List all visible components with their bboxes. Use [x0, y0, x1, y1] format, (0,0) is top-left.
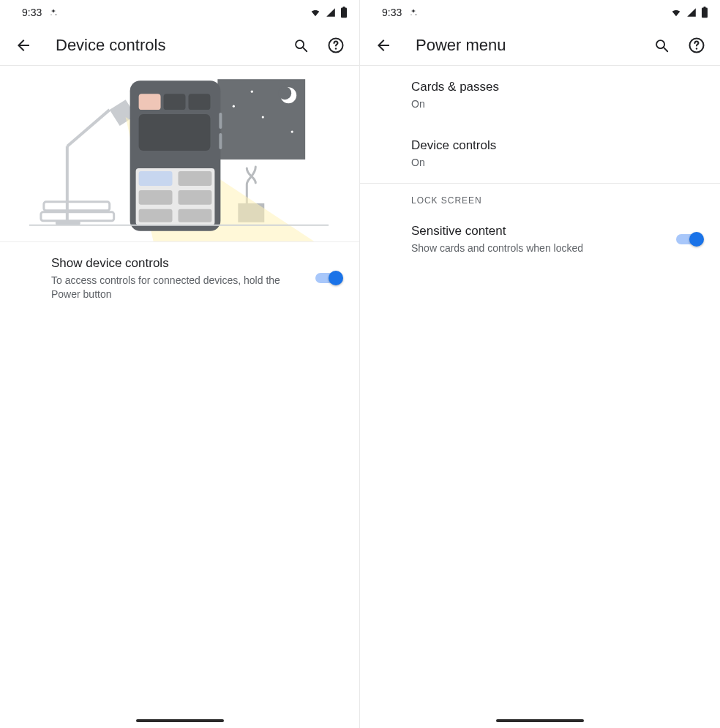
svg-point-44 [696, 48, 697, 49]
help-icon [327, 37, 345, 54]
svg-point-7 [335, 48, 337, 49]
svg-rect-31 [179, 171, 212, 186]
svg-rect-35 [179, 209, 212, 222]
svg-point-11 [278, 86, 291, 100]
section-lock-screen: LOCK SCREEN [360, 184, 720, 210]
device-controls-illustration [0, 66, 359, 241]
app-bar: Power menu [360, 25, 720, 66]
search-button[interactable] [644, 28, 679, 63]
setting-title: Show device controls [51, 255, 293, 272]
back-arrow-icon [15, 37, 32, 54]
setting-subtitle: To access controls for connected devices… [51, 274, 293, 301]
screenshot-power-menu: 9:33 Power menu [360, 0, 720, 728]
sparkle-icon [49, 8, 58, 17]
page-title: Power menu [416, 36, 644, 55]
illustration [0, 66, 359, 242]
setting-sensitive-content[interactable]: Sensitive content Show cards and control… [360, 210, 720, 269]
svg-point-14 [262, 116, 264, 119]
svg-rect-33 [179, 190, 212, 205]
battery-icon [340, 7, 348, 18]
status-bar: 9:33 [360, 0, 720, 25]
svg-point-13 [251, 91, 253, 93]
setting-subtitle: Show cards and controls when locked [411, 241, 654, 255]
setting-title: Device controls [411, 138, 697, 154]
signal-icon [326, 7, 336, 18]
svg-rect-3 [342, 7, 345, 8]
search-icon [653, 37, 670, 53]
svg-point-0 [56, 14, 57, 15]
svg-point-12 [233, 105, 235, 108]
help-button[interactable] [679, 28, 714, 63]
page-title: Device controls [56, 36, 283, 55]
svg-point-1 [51, 15, 52, 15]
svg-rect-2 [341, 8, 347, 18]
svg-rect-28 [139, 114, 211, 151]
svg-rect-40 [703, 7, 705, 8]
help-icon [688, 37, 705, 54]
svg-rect-23 [219, 113, 222, 129]
status-time: 9:33 [382, 7, 402, 18]
setting-subtitle: On [411, 97, 697, 111]
setting-subtitle: On [411, 156, 697, 170]
svg-line-42 [664, 48, 667, 51]
svg-rect-27 [188, 94, 210, 110]
svg-point-41 [656, 40, 664, 48]
back-button[interactable] [6, 28, 41, 63]
screenshot-device-controls: 9:33 Device controls [0, 0, 360, 728]
app-bar: Device controls [0, 25, 359, 66]
svg-point-15 [291, 130, 293, 132]
svg-rect-30 [139, 171, 173, 186]
back-button[interactable] [366, 28, 401, 63]
svg-point-38 [411, 15, 412, 15]
battery-icon [701, 7, 708, 18]
wifi-icon [670, 7, 682, 18]
home-indicator[interactable] [496, 719, 584, 722]
setting-title: Sensitive content [411, 223, 654, 240]
setting-cards-and-passes[interactable]: Cards & passes On [360, 66, 720, 124]
toggle-show-device-controls[interactable] [314, 269, 343, 287]
search-button[interactable] [283, 28, 318, 63]
wifi-icon [310, 7, 321, 18]
svg-rect-24 [219, 133, 222, 149]
help-button[interactable] [318, 28, 353, 63]
signal-icon [686, 7, 697, 18]
search-icon [293, 37, 309, 53]
svg-line-5 [303, 48, 307, 51]
setting-show-device-controls[interactable]: Show device controls To access controls … [0, 242, 359, 315]
setting-title: Cards & passes [411, 79, 697, 96]
back-arrow-icon [375, 37, 392, 54]
status-bar: 9:33 [0, 0, 359, 25]
home-indicator[interactable] [136, 719, 224, 722]
svg-rect-32 [139, 190, 173, 205]
svg-point-37 [416, 14, 417, 15]
svg-rect-34 [139, 209, 173, 222]
svg-rect-39 [702, 8, 708, 18]
svg-point-4 [296, 40, 304, 48]
status-time: 9:33 [22, 7, 42, 18]
svg-rect-25 [139, 94, 161, 110]
toggle-sensitive-content[interactable] [675, 230, 704, 248]
svg-rect-26 [164, 94, 186, 110]
setting-device-controls[interactable]: Device controls On [360, 124, 720, 183]
sparkle-icon [409, 8, 418, 17]
